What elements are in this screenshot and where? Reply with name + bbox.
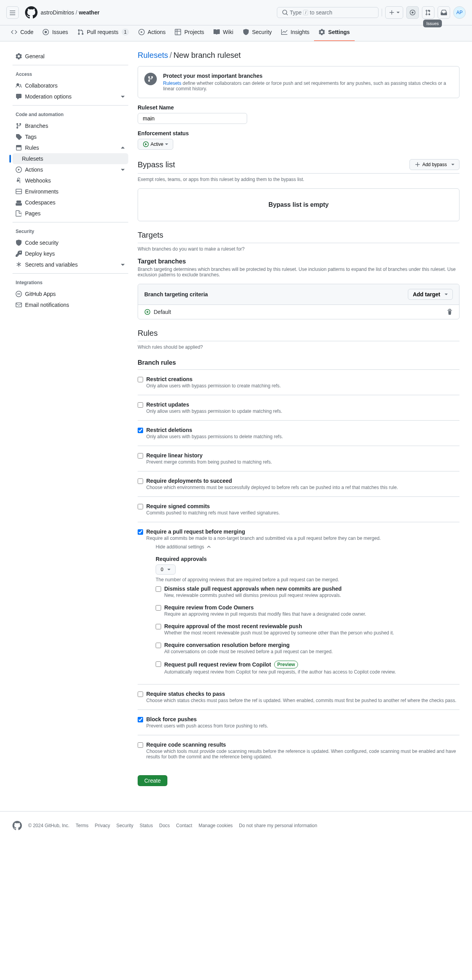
server-icon bbox=[16, 188, 22, 195]
search-input[interactable]: Type/to search bbox=[277, 7, 379, 18]
subrule-checkbox-4[interactable] bbox=[156, 661, 161, 667]
issues-button[interactable] bbox=[406, 6, 419, 19]
sidebar-rulesets[interactable]: Rulesets bbox=[13, 153, 128, 164]
hide-settings-toggle[interactable]: Hide additional settings bbox=[146, 541, 459, 553]
rule-checkbox-4[interactable] bbox=[138, 478, 143, 484]
rule-checkbox-3[interactable] bbox=[138, 453, 143, 459]
sidebar-moderation-options[interactable]: Moderation options bbox=[13, 91, 128, 102]
sidebar-email-notifications[interactable]: Email notifications bbox=[13, 299, 128, 310]
rulesets-info-link[interactable]: Rulesets bbox=[163, 81, 181, 86]
github-logo-icon bbox=[13, 821, 22, 830]
add-bypass-button[interactable]: Add bypass bbox=[409, 159, 459, 170]
rule-checkbox-1[interactable] bbox=[138, 402, 143, 408]
tab-actions[interactable]: Actions bbox=[134, 25, 170, 41]
subrule-3: Require conversation resolution before m… bbox=[146, 639, 459, 658]
inbox-button[interactable] bbox=[438, 6, 450, 19]
sidebar-code-security[interactable]: Code security bbox=[13, 237, 128, 248]
targets-heading: Targets bbox=[138, 231, 163, 240]
branch-icon bbox=[16, 123, 22, 129]
create-button[interactable] bbox=[385, 6, 403, 19]
footer-link[interactable]: Manage cookies bbox=[199, 823, 233, 828]
footer-link[interactable]: Do not share my personal information bbox=[239, 823, 317, 828]
sidebar-collaborators[interactable]: Collaborators bbox=[13, 80, 128, 91]
subrule-4: Request pull request review from Copilot… bbox=[146, 658, 459, 678]
sidebar-github-apps[interactable]: GitHub Apps bbox=[13, 288, 128, 299]
subrule-checkbox-3[interactable] bbox=[156, 643, 161, 648]
tab-security[interactable]: Security bbox=[238, 25, 277, 41]
play-icon bbox=[138, 29, 145, 35]
trash-icon[interactable] bbox=[447, 309, 453, 315]
sidebar-webhooks[interactable]: Webhooks bbox=[13, 175, 128, 186]
rule-checkbox-6[interactable] bbox=[138, 529, 143, 535]
sidebar-rules[interactable]: Rules bbox=[13, 142, 128, 153]
subrule-1: Require review from Code OwnersRequire a… bbox=[146, 601, 459, 620]
subrule-checkbox-2[interactable] bbox=[156, 624, 161, 629]
tab-pull-requests[interactable]: Pull requests1 bbox=[73, 25, 134, 41]
branch-icon bbox=[144, 73, 157, 85]
page-title: Rulesets/New branch ruleset bbox=[138, 51, 459, 60]
tag-icon bbox=[16, 134, 22, 140]
pulls-button[interactable] bbox=[422, 6, 434, 19]
info-box: Protect your most important branches Rul… bbox=[138, 66, 459, 98]
rule-9: Require code scanning resultsChoose whic… bbox=[138, 735, 459, 766]
tab-issues[interactable]: Issues bbox=[38, 25, 72, 41]
tab-wiki[interactable]: Wiki bbox=[209, 25, 238, 41]
hamburger-button[interactable] bbox=[6, 6, 19, 19]
footer-link[interactable]: Docs bbox=[159, 823, 170, 828]
subrule-checkbox-1[interactable] bbox=[156, 605, 161, 611]
branch-rules-heading: Branch rules bbox=[138, 359, 459, 370]
sidebar-branches[interactable]: Branches bbox=[13, 120, 128, 131]
rule-2: Restrict deletionsOnly allow users with … bbox=[138, 421, 459, 446]
chevron-down-icon bbox=[120, 262, 125, 267]
comment-icon bbox=[16, 93, 22, 100]
approvals-select[interactable]: 0 bbox=[156, 564, 176, 575]
sidebar-deploy-keys[interactable]: Deploy keys bbox=[13, 248, 128, 259]
tab-code[interactable]: Code bbox=[6, 25, 38, 41]
bypass-desc: Exempt roles, teams, or apps from this r… bbox=[138, 177, 459, 182]
rule-checkbox-2[interactable] bbox=[138, 428, 143, 433]
global-header: astroDimitrios / weather Type/to search … bbox=[0, 0, 472, 25]
copyright: © 2024 GitHub, Inc. bbox=[28, 823, 70, 828]
github-logo[interactable] bbox=[25, 6, 38, 19]
ruleset-name-input[interactable] bbox=[138, 113, 247, 124]
rule-checkbox-7[interactable] bbox=[138, 692, 143, 697]
sidebar-pages[interactable]: Pages bbox=[13, 208, 128, 219]
footer-link[interactable]: Security bbox=[117, 823, 133, 828]
repo-link[interactable]: weather bbox=[79, 9, 99, 16]
shield-icon bbox=[243, 29, 249, 35]
footer-link[interactable]: Status bbox=[140, 823, 153, 828]
sidebar-secrets-and-variables[interactable]: Secrets and variables bbox=[13, 259, 128, 270]
rule-checkbox-5[interactable] bbox=[138, 504, 143, 509]
chevron-down-icon bbox=[120, 94, 125, 99]
footer: © 2024 GitHub, Inc. TermsPrivacySecurity… bbox=[0, 811, 472, 840]
criteria-box: Branch targeting criteria Add target Def… bbox=[138, 284, 459, 319]
footer-link[interactable]: Privacy bbox=[95, 823, 110, 828]
rule-1: Restrict updatesOnly allow users with by… bbox=[138, 395, 459, 421]
sidebar-actions[interactable]: Actions bbox=[13, 164, 128, 175]
mail-icon bbox=[16, 302, 22, 308]
rule-checkbox-9[interactable] bbox=[138, 742, 143, 748]
tab-insights[interactable]: Insights bbox=[276, 25, 314, 41]
add-target-button[interactable]: Add target bbox=[408, 289, 453, 300]
rulesets-link[interactable]: Rulesets bbox=[138, 51, 168, 59]
sidebar-codespaces[interactable]: Codespaces bbox=[13, 197, 128, 208]
tab-settings[interactable]: Settings bbox=[314, 25, 354, 41]
target-row: Default bbox=[138, 305, 459, 319]
subrule-checkbox-0[interactable] bbox=[156, 586, 161, 592]
create-button[interactable]: Create bbox=[138, 775, 167, 786]
rule-checkbox-8[interactable] bbox=[138, 717, 143, 722]
enforcement-select[interactable]: Active bbox=[138, 139, 173, 150]
sidebar-tags[interactable]: Tags bbox=[13, 131, 128, 142]
footer-link[interactable]: Terms bbox=[76, 823, 89, 828]
subrule-0: Dismiss stale pull request approvals whe… bbox=[146, 582, 459, 601]
footer-link[interactable]: Contact bbox=[176, 823, 192, 828]
sidebar-general[interactable]: General bbox=[13, 51, 128, 62]
rule-5: Require signed commitsCommits pushed to … bbox=[138, 497, 459, 522]
owner-link[interactable]: astroDimitrios bbox=[41, 9, 74, 16]
user-avatar[interactable]: AP bbox=[453, 6, 466, 19]
rule-checkbox-0[interactable] bbox=[138, 377, 143, 382]
tab-projects[interactable]: Projects bbox=[170, 25, 209, 41]
plus-circle-icon bbox=[144, 309, 151, 315]
sidebar-environments[interactable]: Environments bbox=[13, 186, 128, 197]
criteria-label: Branch targeting criteria bbox=[144, 291, 208, 297]
